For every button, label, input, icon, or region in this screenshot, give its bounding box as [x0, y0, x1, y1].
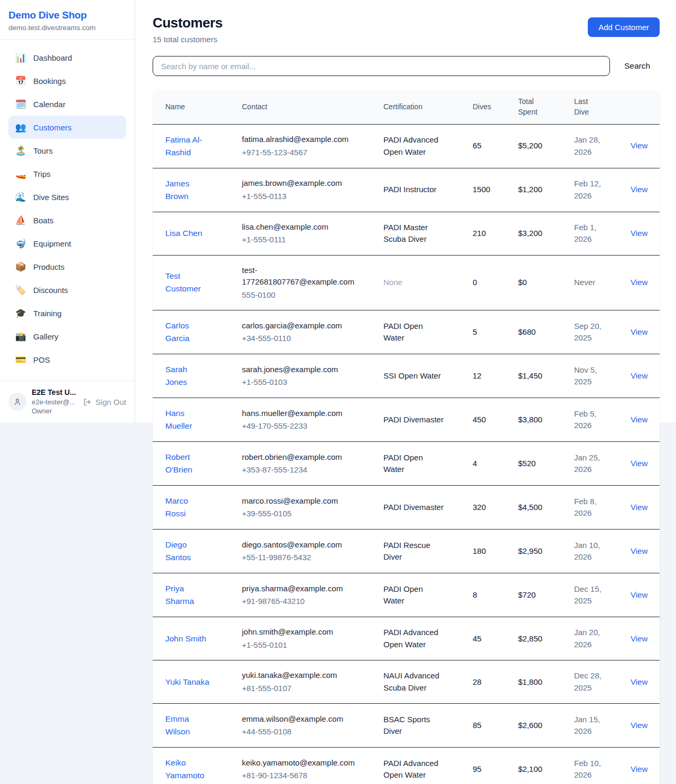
customer-name-link[interactable]: Sarah Jones [165, 363, 211, 389]
sign-out-label: Sign Out [96, 398, 126, 407]
customer-name-link[interactable]: Fatima Al-Rashid [165, 134, 211, 159]
customer-name-link[interactable]: John Smith [165, 632, 206, 645]
customer-certification: PADI Open Water [383, 583, 446, 607]
customer-name-link[interactable]: Keiko Yamamoto [165, 757, 211, 782]
view-link[interactable]: View [631, 546, 647, 555]
view-link[interactable]: View [631, 141, 647, 150]
logout-icon [83, 398, 92, 407]
sidebar-item-training[interactable]: 🎓 Training [8, 301, 126, 325]
customer-total-spent: $720 [518, 573, 574, 617]
sidebar-item-products[interactable]: 📦 Products [8, 255, 126, 278]
customer-certification: PADI Rescue Diver [383, 540, 446, 563]
sidebar-item-equipment[interactable]: 🤿 Equipment [8, 232, 126, 255]
customer-certification: None [383, 277, 402, 289]
sidebar-item-gallery[interactable]: 📸 Gallery [8, 325, 126, 348]
customer-phone: +81-555-0107 [242, 683, 371, 695]
search-input[interactable] [153, 56, 610, 76]
search-button[interactable]: Search [624, 61, 650, 71]
view-link[interactable]: View [631, 503, 647, 512]
sidebar-item-boats[interactable]: ⛵ Boats [8, 209, 126, 232]
customer-dives: 180 [473, 530, 518, 573]
view-link[interactable]: View [631, 459, 647, 468]
sidebar-header: Demo Dive Shop demo.test.divestreams.com [0, 0, 135, 40]
col-actions [631, 90, 660, 124]
customer-last-dive: Jan 10, 2026 [574, 540, 608, 563]
customer-email: james.brown@example.com [242, 177, 359, 190]
customer-certification: PADI Open Water [383, 320, 446, 344]
customer-phone: +81-90-1234-5678 [242, 770, 371, 782]
customer-email: robert.obrien@example.com [242, 451, 359, 464]
customer-name-link[interactable]: Yuki Tanaka [165, 676, 209, 688]
sidebar-item-trips[interactable]: 🚤 Trips [8, 162, 126, 185]
customer-dives: 65 [473, 124, 518, 168]
customer-certification: PADI Divemaster [383, 414, 444, 426]
customer-total-spent: $2,100 [518, 748, 574, 784]
customer-name-link[interactable]: Emma Wilson [165, 713, 211, 738]
sidebar-item-bookings[interactable]: 📅 Bookings [8, 69, 126, 92]
customer-dives: 1500 [473, 168, 518, 212]
customer-last-dive: Feb 8, 2026 [574, 496, 608, 519]
add-customer-button[interactable]: Add Customer [588, 17, 660, 37]
customer-phone: +971-55-123-4567 [242, 147, 371, 159]
customer-total-spent: $2,950 [518, 530, 574, 573]
page-title: Customers [153, 15, 222, 31]
customer-name-link[interactable]: Diego Santos [165, 539, 211, 564]
customer-phone: +44-555-0108 [242, 726, 371, 738]
view-link[interactable]: View [631, 185, 647, 194]
view-link[interactable]: View [631, 371, 647, 380]
customer-phone: +1-555-0111 [242, 234, 371, 246]
view-link[interactable]: View [631, 721, 647, 730]
customer-name-link[interactable]: Lisa Chen [165, 227, 202, 240]
customer-count: 15 total customers [153, 35, 222, 44]
customer-name-link[interactable]: Robert O'Brien [165, 451, 211, 476]
view-link[interactable]: View [631, 677, 647, 686]
boats-icon: ⛵ [15, 216, 26, 225]
customer-total-spent: $520 [518, 442, 574, 486]
customer-name-link[interactable]: James Brown [165, 177, 211, 203]
col-total-spent: Total Spent [518, 90, 574, 124]
customer-last-dive: Feb 5, 2026 [574, 408, 608, 432]
customer-dives: 12 [473, 354, 518, 398]
view-link[interactable]: View [631, 327, 647, 336]
customer-email: hans.mueller@example.com [242, 408, 359, 420]
customer-name-link[interactable]: Marco Rossi [165, 495, 211, 520]
customer-phone: +1-555-0101 [242, 639, 371, 651]
dive-sites-icon: 🌊 [15, 193, 26, 202]
customer-name-link[interactable]: Carlos Garcia [165, 319, 211, 345]
table-row: Fatima Al-Rashid fatima.alrashid@example… [153, 124, 660, 168]
customer-name-link[interactable]: Test Customer [165, 270, 211, 295]
customer-dives: 28 [473, 660, 518, 704]
customer-dives: 8 [473, 573, 518, 617]
customer-last-dive: Feb 10, 2026 [574, 758, 608, 781]
sidebar-item-calendar[interactable]: 🗓️ Calendar [8, 92, 126, 116]
customer-phone: +34-555-0110 [242, 333, 371, 345]
customer-name-link[interactable]: Hans Mueller [165, 407, 211, 432]
sidebar-item-tours[interactable]: 🏝️ Tours [8, 139, 126, 162]
customer-last-dive: Sep 20, 2025 [574, 320, 608, 344]
customer-last-dive: Feb 1, 2026 [574, 222, 608, 245]
customer-total-spent: $2,850 [518, 617, 574, 660]
view-link[interactable]: View [631, 590, 647, 599]
customer-certification: BSAC Sports Diver [383, 714, 446, 738]
sidebar-item-dashboard[interactable]: 📊 Dashboard [8, 46, 126, 69]
customer-email: lisa.chen@example.com [242, 221, 359, 233]
table-row: Carlos Garcia carlos.garcia@example.com … [153, 310, 660, 354]
view-link[interactable]: View [631, 229, 647, 238]
view-link[interactable]: View [631, 415, 647, 424]
page-header: Customers 15 total customers Add Custome… [153, 15, 660, 44]
view-link[interactable]: View [631, 278, 647, 287]
sidebar-item-dive-sites[interactable]: 🌊 Dive Sites [8, 185, 126, 209]
sidebar-item-customers[interactable]: 👥 Customers [8, 116, 126, 139]
sidebar-item-pos[interactable]: 💳 POS [8, 348, 126, 371]
customer-total-spent: $3,800 [518, 398, 574, 442]
customer-dives: 85 [473, 704, 518, 748]
sign-out-button[interactable]: Sign Out [83, 398, 126, 407]
view-link[interactable]: View [631, 634, 647, 643]
table-row: Yuki Tanaka yuki.tanaka@example.com +81-… [153, 660, 660, 704]
customer-last-dive: Never [574, 277, 595, 289]
view-link[interactable]: View [631, 764, 647, 773]
customers-table-card: Name Contact Certification Dives Total S… [153, 90, 660, 784]
col-last-dive: Last Dive [574, 90, 631, 124]
sidebar-item-discounts[interactable]: 🏷️ Discounts [8, 278, 126, 301]
customer-name-link[interactable]: Priya Sharma [165, 582, 211, 608]
